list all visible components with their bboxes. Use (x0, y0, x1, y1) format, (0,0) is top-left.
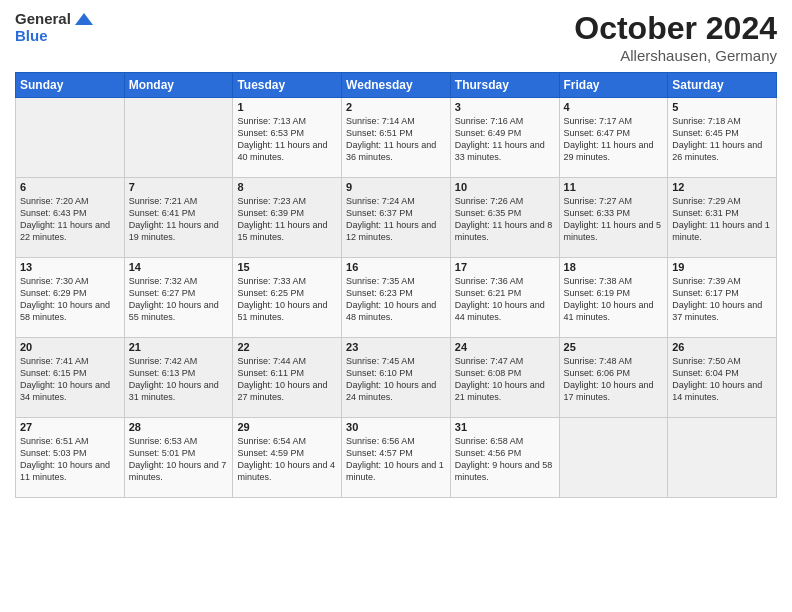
cell-content: Sunrise: 6:51 AM Sunset: 5:03 PM Dayligh… (20, 435, 120, 484)
cell-content: Sunrise: 7:20 AM Sunset: 6:43 PM Dayligh… (20, 195, 120, 244)
calendar-cell: 6Sunrise: 7:20 AM Sunset: 6:43 PM Daylig… (16, 178, 125, 258)
calendar-cell (668, 418, 777, 498)
day-number: 23 (346, 341, 446, 353)
calendar-cell: 11Sunrise: 7:27 AM Sunset: 6:33 PM Dayli… (559, 178, 668, 258)
header: General Blue October 2024 Allershausen, … (15, 10, 777, 64)
th-wednesday: Wednesday (342, 73, 451, 98)
day-number: 9 (346, 181, 446, 193)
day-number: 21 (129, 341, 229, 353)
calendar-cell: 23Sunrise: 7:45 AM Sunset: 6:10 PM Dayli… (342, 338, 451, 418)
th-tuesday: Tuesday (233, 73, 342, 98)
calendar-cell: 28Sunrise: 6:53 AM Sunset: 5:01 PM Dayli… (124, 418, 233, 498)
day-number: 10 (455, 181, 555, 193)
day-number: 29 (237, 421, 337, 433)
day-number: 20 (20, 341, 120, 353)
day-number: 11 (564, 181, 664, 193)
calendar-cell: 8Sunrise: 7:23 AM Sunset: 6:39 PM Daylig… (233, 178, 342, 258)
calendar-cell: 9Sunrise: 7:24 AM Sunset: 6:37 PM Daylig… (342, 178, 451, 258)
cell-content: Sunrise: 7:39 AM Sunset: 6:17 PM Dayligh… (672, 275, 772, 324)
day-number: 22 (237, 341, 337, 353)
calendar-cell: 1Sunrise: 7:13 AM Sunset: 6:53 PM Daylig… (233, 98, 342, 178)
cell-content: Sunrise: 7:32 AM Sunset: 6:27 PM Dayligh… (129, 275, 229, 324)
calendar-cell: 13Sunrise: 7:30 AM Sunset: 6:29 PM Dayli… (16, 258, 125, 338)
title-area: October 2024 Allershausen, Germany (574, 10, 777, 64)
calendar-cell: 21Sunrise: 7:42 AM Sunset: 6:13 PM Dayli… (124, 338, 233, 418)
day-number: 5 (672, 101, 772, 113)
calendar-cell: 19Sunrise: 7:39 AM Sunset: 6:17 PM Dayli… (668, 258, 777, 338)
cell-content: Sunrise: 7:30 AM Sunset: 6:29 PM Dayligh… (20, 275, 120, 324)
th-saturday: Saturday (668, 73, 777, 98)
day-number: 7 (129, 181, 229, 193)
cell-content: Sunrise: 6:53 AM Sunset: 5:01 PM Dayligh… (129, 435, 229, 484)
cell-content: Sunrise: 6:58 AM Sunset: 4:56 PM Dayligh… (455, 435, 555, 484)
calendar-cell: 16Sunrise: 7:35 AM Sunset: 6:23 PM Dayli… (342, 258, 451, 338)
calendar-cell (16, 98, 125, 178)
cell-content: Sunrise: 6:54 AM Sunset: 4:59 PM Dayligh… (237, 435, 337, 484)
calendar-cell: 7Sunrise: 7:21 AM Sunset: 6:41 PM Daylig… (124, 178, 233, 258)
day-number: 15 (237, 261, 337, 273)
calendar-cell: 5Sunrise: 7:18 AM Sunset: 6:45 PM Daylig… (668, 98, 777, 178)
cell-content: Sunrise: 7:13 AM Sunset: 6:53 PM Dayligh… (237, 115, 337, 164)
calendar-cell: 20Sunrise: 7:41 AM Sunset: 6:15 PM Dayli… (16, 338, 125, 418)
day-number: 12 (672, 181, 772, 193)
cell-content: Sunrise: 7:45 AM Sunset: 6:10 PM Dayligh… (346, 355, 446, 404)
calendar-cell: 25Sunrise: 7:48 AM Sunset: 6:06 PM Dayli… (559, 338, 668, 418)
calendar-cell: 10Sunrise: 7:26 AM Sunset: 6:35 PM Dayli… (450, 178, 559, 258)
day-number: 6 (20, 181, 120, 193)
day-number: 2 (346, 101, 446, 113)
calendar-cell: 18Sunrise: 7:38 AM Sunset: 6:19 PM Dayli… (559, 258, 668, 338)
day-number: 26 (672, 341, 772, 353)
calendar: Sunday Monday Tuesday Wednesday Thursday… (15, 72, 777, 498)
cell-content: Sunrise: 7:21 AM Sunset: 6:41 PM Dayligh… (129, 195, 229, 244)
cell-content: Sunrise: 7:42 AM Sunset: 6:13 PM Dayligh… (129, 355, 229, 404)
th-thursday: Thursday (450, 73, 559, 98)
calendar-cell (124, 98, 233, 178)
week-row-2: 13Sunrise: 7:30 AM Sunset: 6:29 PM Dayli… (16, 258, 777, 338)
calendar-cell: 2Sunrise: 7:14 AM Sunset: 6:51 PM Daylig… (342, 98, 451, 178)
cell-content: Sunrise: 7:38 AM Sunset: 6:19 PM Dayligh… (564, 275, 664, 324)
cell-content: Sunrise: 7:26 AM Sunset: 6:35 PM Dayligh… (455, 195, 555, 244)
logo-blue: Blue (15, 27, 48, 44)
cell-content: Sunrise: 7:16 AM Sunset: 6:49 PM Dayligh… (455, 115, 555, 164)
calendar-cell: 24Sunrise: 7:47 AM Sunset: 6:08 PM Dayli… (450, 338, 559, 418)
day-number: 17 (455, 261, 555, 273)
cell-content: Sunrise: 7:47 AM Sunset: 6:08 PM Dayligh… (455, 355, 555, 404)
page-title: October 2024 (574, 10, 777, 47)
calendar-cell: 14Sunrise: 7:32 AM Sunset: 6:27 PM Dayli… (124, 258, 233, 338)
day-number: 1 (237, 101, 337, 113)
days-row: Sunday Monday Tuesday Wednesday Thursday… (16, 73, 777, 98)
cell-content: Sunrise: 7:50 AM Sunset: 6:04 PM Dayligh… (672, 355, 772, 404)
calendar-cell: 4Sunrise: 7:17 AM Sunset: 6:47 PM Daylig… (559, 98, 668, 178)
cell-content: Sunrise: 7:23 AM Sunset: 6:39 PM Dayligh… (237, 195, 337, 244)
logo-icon (73, 11, 95, 27)
th-sunday: Sunday (16, 73, 125, 98)
calendar-cell: 31Sunrise: 6:58 AM Sunset: 4:56 PM Dayli… (450, 418, 559, 498)
day-number: 16 (346, 261, 446, 273)
calendar-cell: 27Sunrise: 6:51 AM Sunset: 5:03 PM Dayli… (16, 418, 125, 498)
cell-content: Sunrise: 7:14 AM Sunset: 6:51 PM Dayligh… (346, 115, 446, 164)
calendar-header: Sunday Monday Tuesday Wednesday Thursday… (16, 73, 777, 98)
cell-content: Sunrise: 7:17 AM Sunset: 6:47 PM Dayligh… (564, 115, 664, 164)
day-number: 24 (455, 341, 555, 353)
day-number: 25 (564, 341, 664, 353)
cell-content: Sunrise: 7:41 AM Sunset: 6:15 PM Dayligh… (20, 355, 120, 404)
cell-content: Sunrise: 7:33 AM Sunset: 6:25 PM Dayligh… (237, 275, 337, 324)
cell-content: Sunrise: 7:29 AM Sunset: 6:31 PM Dayligh… (672, 195, 772, 244)
cell-content: Sunrise: 7:44 AM Sunset: 6:11 PM Dayligh… (237, 355, 337, 404)
cell-content: Sunrise: 7:48 AM Sunset: 6:06 PM Dayligh… (564, 355, 664, 404)
calendar-cell: 30Sunrise: 6:56 AM Sunset: 4:57 PM Dayli… (342, 418, 451, 498)
day-number: 18 (564, 261, 664, 273)
day-number: 8 (237, 181, 337, 193)
calendar-cell: 17Sunrise: 7:36 AM Sunset: 6:21 PM Dayli… (450, 258, 559, 338)
day-number: 3 (455, 101, 555, 113)
calendar-cell: 29Sunrise: 6:54 AM Sunset: 4:59 PM Dayli… (233, 418, 342, 498)
page-subtitle: Allershausen, Germany (574, 47, 777, 64)
week-row-1: 6Sunrise: 7:20 AM Sunset: 6:43 PM Daylig… (16, 178, 777, 258)
logo-general: General (15, 10, 71, 27)
day-number: 27 (20, 421, 120, 433)
th-friday: Friday (559, 73, 668, 98)
day-number: 14 (129, 261, 229, 273)
cell-content: Sunrise: 6:56 AM Sunset: 4:57 PM Dayligh… (346, 435, 446, 484)
cell-content: Sunrise: 7:35 AM Sunset: 6:23 PM Dayligh… (346, 275, 446, 324)
logo: General Blue (15, 10, 95, 44)
